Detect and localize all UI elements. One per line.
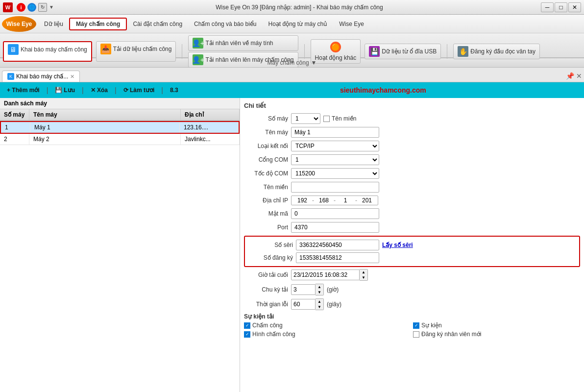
gio-tai-cuoi-up[interactable]: ▲ bbox=[360, 270, 367, 275]
ip-part2[interactable] bbox=[315, 197, 333, 204]
row2-so-may: 2 bbox=[0, 134, 29, 145]
hoat-dong-khac-button[interactable]: 🟠 Hoạt động khác bbox=[311, 39, 361, 64]
tab-close-button[interactable]: ✕ bbox=[70, 74, 74, 80]
port-input[interactable] bbox=[291, 222, 379, 233]
menu-cham-cong-bao-bieu[interactable]: Chấm công và báo biểu bbox=[188, 19, 262, 29]
so-may-row: Số máy 1 Tên miền bbox=[244, 113, 580, 124]
menu-hoat-dong-tu-may-chu[interactable]: Hoạt động từ máy chủ bbox=[263, 19, 334, 29]
tai-nhan-vien-may-tinh-label: Tải nhân viên về máy tính bbox=[205, 40, 273, 47]
tab-icon: K bbox=[7, 73, 14, 80]
chu-ky-tai-label: Chu kỳ tải bbox=[244, 286, 288, 293]
hinh-cham-cong-checkbox[interactable]: ✓ bbox=[244, 331, 250, 338]
so-dang-ky-input[interactable] bbox=[296, 252, 379, 263]
su-kien-checkbox[interactable]: ✓ bbox=[413, 322, 419, 329]
table-row[interactable]: 2 Máy 2 Javlinkc... bbox=[0, 134, 240, 145]
cham-cong-label: Chấm công bbox=[252, 322, 283, 329]
ip-input-container: - - - bbox=[291, 196, 378, 205]
app-logo[interactable]: Wise Eye bbox=[2, 16, 36, 32]
so-seri-label: Số sêri bbox=[249, 242, 293, 248]
tab-khai-bao[interactable]: K Khai báo máy chấ... ✕ bbox=[2, 71, 80, 82]
ten-may-input[interactable] bbox=[291, 127, 379, 138]
chu-ky-tai-spin: ▲ ▼ bbox=[291, 284, 324, 295]
thoi-gian-loi-label: Thời gian lỗi bbox=[244, 301, 288, 308]
lay-so-seri-button[interactable]: Lấy số sêri bbox=[382, 242, 413, 248]
tai-du-lieu-button[interactable]: 📥 Tải dữ liệu chấm công bbox=[96, 41, 176, 62]
detail-title: Chi tiết bbox=[244, 102, 580, 109]
ribbon-dropdown-icon[interactable]: ▼ bbox=[311, 59, 317, 66]
gio-tai-cuoi-input[interactable] bbox=[291, 270, 360, 280]
ten-may-label: Tên máy bbox=[244, 129, 288, 136]
ten-mien-field-input[interactable] bbox=[291, 182, 379, 193]
cong-com-select[interactable]: 1 bbox=[291, 154, 379, 165]
du-lieu-usb-button[interactable]: 💾 Dữ liệu từ ổ đĩa USB bbox=[365, 44, 441, 59]
titlebar-icons: W i 🌐 ↻ ▼ bbox=[3, 2, 54, 12]
mat-ma-label: Mật mã bbox=[244, 210, 288, 217]
chu-ky-tai-up[interactable]: ▲ bbox=[316, 284, 323, 290]
gio-tai-cuoi-down[interactable]: ▼ bbox=[360, 275, 367, 280]
khai-bao-icon: 🖥 bbox=[8, 44, 19, 55]
thoi-gian-loi-row: Thời gian lỗi ▲ ▼ (giây) bbox=[244, 298, 580, 310]
ten-may-row: Tên máy bbox=[244, 127, 580, 138]
luu-icon: 💾 bbox=[55, 87, 62, 94]
lam-tuoi-button[interactable]: ⟳ Làm tươi bbox=[120, 86, 159, 95]
su-kien-label: Sự kiện bbox=[421, 322, 442, 329]
tab-close-all-icon[interactable]: ✕ bbox=[576, 72, 582, 80]
mat-ma-input[interactable] bbox=[291, 208, 379, 219]
hoat-dong-khac-icon: 🟠 bbox=[330, 42, 341, 52]
du-lieu-usb-label: Dữ liệu từ ổ đĩa USB bbox=[382, 48, 437, 55]
cham-cong-checkbox[interactable]: ✓ bbox=[244, 322, 250, 329]
su-kien-tai-title: Sự kiện tải bbox=[244, 313, 580, 320]
quick-access-arrow[interactable]: ▼ bbox=[49, 4, 54, 10]
so-seri-input[interactable] bbox=[296, 240, 379, 250]
chu-ky-tai-input[interactable] bbox=[291, 284, 316, 295]
separator-xoa: | bbox=[82, 86, 84, 94]
loai-ket-noi-select[interactable]: TCP/IP bbox=[291, 141, 379, 151]
khai-bao-label: Khai báo máy chấm công bbox=[21, 46, 87, 53]
table-header: Số máy Tên máy Địa chỉ bbox=[0, 109, 240, 121]
luu-button[interactable]: 💾 Lưu bbox=[51, 86, 79, 95]
them-moi-button[interactable]: + Thêm mới bbox=[3, 86, 44, 95]
close-button[interactable]: ✕ bbox=[568, 2, 581, 12]
thoi-gian-loi-input[interactable] bbox=[291, 299, 316, 310]
titlebar: W i 🌐 ↻ ▼ Wise Eye On 39 [Đăng nhập: adm… bbox=[0, 0, 584, 15]
port-label: Port bbox=[244, 224, 288, 231]
serial-box: Số sêri Lấy số sêri Số đăng ký bbox=[244, 236, 580, 267]
tab-pin-icon[interactable]: 📌 bbox=[566, 72, 574, 80]
chu-ky-tai-down[interactable]: ▼ bbox=[316, 290, 323, 295]
tai-nhan-vien-may-tinh-button[interactable]: 👤+ Tải nhân viên về máy tính bbox=[188, 35, 298, 51]
refresh-icon[interactable]: ↻ bbox=[38, 3, 47, 12]
website-url: sieuthimaychamcong.com bbox=[185, 86, 581, 94]
thoi-gian-loi-up[interactable]: ▲ bbox=[316, 299, 323, 304]
menu-cai-dat-cham-cong[interactable]: Cài đặt chấm công bbox=[127, 19, 188, 29]
window-controls: ─ □ ✕ bbox=[541, 2, 581, 12]
ip-part1[interactable] bbox=[293, 197, 311, 204]
dia-chi-ip-label: Địa chỉ IP bbox=[244, 197, 288, 204]
minimize-button[interactable]: ─ bbox=[541, 2, 554, 12]
khai-bao-button[interactable]: 🖥 Khai báo máy chấm công bbox=[3, 41, 92, 62]
ip-part3[interactable] bbox=[337, 197, 354, 204]
ip-sep1: - bbox=[312, 197, 314, 204]
toolbar-container: 🖥 Khai báo máy chấm công 📥 Tải dữ liệu c… bbox=[0, 33, 584, 68]
table-row[interactable]: 1 Máy 1 123.16.... bbox=[0, 121, 240, 134]
so-may-select[interactable]: 1 bbox=[291, 113, 320, 124]
xoa-button[interactable]: ✕ Xóa bbox=[87, 86, 112, 95]
loai-ket-noi-row: Loại kết nối TCP/IP bbox=[244, 141, 580, 151]
dang-ky-van-tay-button[interactable]: ✋ Đăng ký đầu đọc vân tay bbox=[453, 44, 540, 59]
window-title: Wise Eye On 39 [Đăng nhập: admin] - Khai… bbox=[58, 4, 541, 11]
right-panel: Chi tiết Số máy 1 Tên miền Tên máy Loại … bbox=[240, 98, 584, 392]
ten-mien-checkbox[interactable] bbox=[323, 116, 330, 122]
cong-com-row: Cổng COM 1 bbox=[244, 154, 580, 165]
thoi-gian-loi-down[interactable]: ▼ bbox=[316, 304, 323, 310]
tai-du-lieu-label: Tải dữ liệu chấm công bbox=[113, 46, 172, 52]
toc-do-com-select[interactable]: 115200 bbox=[291, 168, 379, 179]
tabbar: K Khai báo máy chấ... ✕ 📌 ✕ bbox=[0, 68, 584, 82]
action-toolbar: + Thêm mới | 💾 Lưu | ✕ Xóa | ⟳ Làm tươi … bbox=[0, 82, 584, 98]
dang-ky-nv-moi-checkbox[interactable] bbox=[413, 331, 419, 338]
maximize-button[interactable]: □ bbox=[555, 2, 567, 12]
menu-may-cham-cong[interactable]: Máy chấm công bbox=[69, 18, 127, 30]
separator-version: | bbox=[161, 86, 163, 94]
menu-du-lieu[interactable]: Dữ liệu bbox=[38, 19, 69, 29]
toc-do-com-row: Tốc độ COM 115200 bbox=[244, 168, 580, 179]
ip-part4[interactable] bbox=[358, 197, 376, 204]
menu-wise-eye[interactable]: Wise Eye bbox=[333, 19, 370, 29]
